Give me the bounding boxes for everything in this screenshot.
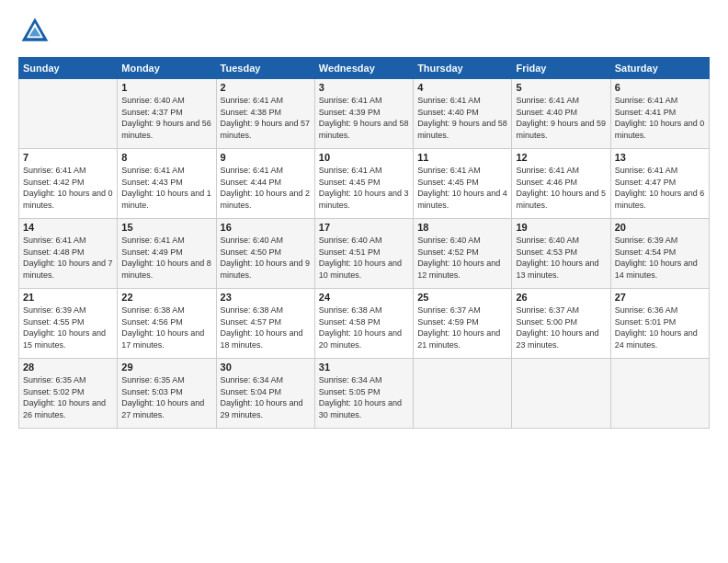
cell-content: Sunrise: 6:41 AMSunset: 4:40 PMDaylight:… [516, 95, 606, 141]
calendar-row: 7Sunrise: 6:41 AMSunset: 4:42 PMDaylight… [19, 149, 710, 219]
header-row: SundayMondayTuesdayWednesdayThursdayFrid… [19, 58, 710, 79]
cell-content: Sunrise: 6:40 AMSunset: 4:50 PMDaylight:… [221, 235, 311, 281]
day-number: 18 [417, 222, 507, 233]
cell-content: Sunrise: 6:38 AMSunset: 4:57 PMDaylight:… [221, 304, 311, 350]
calendar-cell: 20Sunrise: 6:39 AMSunset: 4:54 PMDayligh… [610, 219, 709, 289]
calendar-cell: 30Sunrise: 6:34 AMSunset: 5:04 PMDayligh… [216, 359, 314, 429]
day-number: 8 [121, 152, 211, 163]
calendar-cell: 28Sunrise: 6:35 AMSunset: 5:02 PMDayligh… [19, 359, 118, 429]
calendar-cell: 31Sunrise: 6:34 AMSunset: 5:05 PMDayligh… [314, 359, 413, 429]
calendar-cell: 6Sunrise: 6:41 AMSunset: 4:41 PMDaylight… [610, 79, 709, 149]
cell-content: Sunrise: 6:41 AMSunset: 4:42 PMDaylight:… [23, 165, 113, 211]
calendar-cell: 26Sunrise: 6:37 AMSunset: 5:00 PMDayligh… [512, 289, 610, 359]
day-number: 29 [121, 362, 211, 373]
calendar-cell [414, 359, 512, 429]
calendar-cell [610, 359, 709, 429]
calendar-cell: 29Sunrise: 6:35 AMSunset: 5:03 PMDayligh… [118, 359, 216, 429]
calendar-cell: 3Sunrise: 6:41 AMSunset: 4:39 PMDaylight… [314, 79, 413, 149]
cell-content: Sunrise: 6:38 AMSunset: 4:56 PMDaylight:… [121, 304, 211, 350]
cell-content: Sunrise: 6:41 AMSunset: 4:40 PMDaylight:… [417, 95, 507, 141]
calendar-row: 21Sunrise: 6:39 AMSunset: 4:55 PMDayligh… [19, 289, 710, 359]
day-number: 11 [417, 152, 507, 163]
calendar-cell: 9Sunrise: 6:41 AMSunset: 4:44 PMDaylight… [216, 149, 314, 219]
cell-content: Sunrise: 6:40 AMSunset: 4:53 PMDaylight:… [516, 235, 606, 281]
calendar-row: 14Sunrise: 6:41 AMSunset: 4:48 PMDayligh… [19, 219, 710, 289]
calendar-cell: 8Sunrise: 6:41 AMSunset: 4:43 PMDaylight… [118, 149, 216, 219]
day-number: 1 [121, 82, 211, 93]
day-number: 23 [221, 292, 311, 303]
calendar-cell: 21Sunrise: 6:39 AMSunset: 4:55 PMDayligh… [19, 289, 118, 359]
header-day: Friday [512, 58, 610, 79]
day-number: 31 [319, 362, 409, 373]
calendar-cell: 24Sunrise: 6:38 AMSunset: 4:58 PMDayligh… [314, 289, 413, 359]
day-number: 19 [516, 222, 606, 233]
calendar-table: SundayMondayTuesdayWednesdayThursdayFrid… [18, 57, 710, 429]
cell-content: Sunrise: 6:40 AMSunset: 4:37 PMDaylight:… [121, 95, 211, 141]
cell-content: Sunrise: 6:40 AMSunset: 4:51 PMDaylight:… [319, 235, 409, 281]
calendar-cell: 22Sunrise: 6:38 AMSunset: 4:56 PMDayligh… [118, 289, 216, 359]
calendar-cell: 25Sunrise: 6:37 AMSunset: 4:59 PMDayligh… [414, 289, 512, 359]
day-number: 2 [221, 82, 311, 93]
day-number: 6 [615, 82, 705, 93]
calendar-row: 1Sunrise: 6:40 AMSunset: 4:37 PMDaylight… [19, 79, 710, 149]
calendar-cell: 10Sunrise: 6:41 AMSunset: 4:45 PMDayligh… [314, 149, 413, 219]
cell-content: Sunrise: 6:41 AMSunset: 4:43 PMDaylight:… [121, 165, 211, 211]
cell-content: Sunrise: 6:34 AMSunset: 5:04 PMDaylight:… [221, 374, 311, 420]
cell-content: Sunrise: 6:36 AMSunset: 5:01 PMDaylight:… [615, 304, 705, 350]
calendar-cell: 18Sunrise: 6:40 AMSunset: 4:52 PMDayligh… [414, 219, 512, 289]
calendar-cell: 5Sunrise: 6:41 AMSunset: 4:40 PMDaylight… [512, 79, 610, 149]
day-number: 24 [319, 292, 409, 303]
calendar-cell: 4Sunrise: 6:41 AMSunset: 4:40 PMDaylight… [414, 79, 512, 149]
day-number: 14 [23, 222, 113, 233]
cell-content: Sunrise: 6:40 AMSunset: 4:52 PMDaylight:… [417, 235, 507, 281]
calendar-cell: 13Sunrise: 6:41 AMSunset: 4:47 PMDayligh… [610, 149, 709, 219]
calendar-cell: 19Sunrise: 6:40 AMSunset: 4:53 PMDayligh… [512, 219, 610, 289]
header-day: Sunday [19, 58, 118, 79]
calendar-cell: 14Sunrise: 6:41 AMSunset: 4:48 PMDayligh… [19, 219, 118, 289]
calendar-cell [512, 359, 610, 429]
cell-content: Sunrise: 6:41 AMSunset: 4:38 PMDaylight:… [221, 95, 311, 141]
day-number: 5 [516, 82, 606, 93]
day-number: 10 [319, 152, 409, 163]
header [18, 15, 710, 48]
day-number: 7 [23, 152, 113, 163]
day-number: 26 [516, 292, 606, 303]
cell-content: Sunrise: 6:41 AMSunset: 4:47 PMDaylight:… [615, 165, 705, 211]
calendar-cell: 2Sunrise: 6:41 AMSunset: 4:38 PMDaylight… [216, 79, 314, 149]
calendar-cell: 12Sunrise: 6:41 AMSunset: 4:46 PMDayligh… [512, 149, 610, 219]
day-number: 4 [417, 82, 507, 93]
day-number: 20 [615, 222, 705, 233]
day-number: 27 [615, 292, 705, 303]
calendar-cell: 7Sunrise: 6:41 AMSunset: 4:42 PMDaylight… [19, 149, 118, 219]
day-number: 12 [516, 152, 606, 163]
day-number: 9 [221, 152, 311, 163]
cell-content: Sunrise: 6:39 AMSunset: 4:54 PMDaylight:… [615, 235, 705, 281]
cell-content: Sunrise: 6:41 AMSunset: 4:46 PMDaylight:… [516, 165, 606, 211]
day-number: 28 [23, 362, 113, 373]
logo-icon [18, 15, 51, 48]
cell-content: Sunrise: 6:34 AMSunset: 5:05 PMDaylight:… [319, 374, 409, 420]
cell-content: Sunrise: 6:41 AMSunset: 4:49 PMDaylight:… [121, 235, 211, 281]
calendar-row: 28Sunrise: 6:35 AMSunset: 5:02 PMDayligh… [19, 359, 710, 429]
calendar-cell: 27Sunrise: 6:36 AMSunset: 5:01 PMDayligh… [610, 289, 709, 359]
day-number: 15 [121, 222, 211, 233]
day-number: 13 [615, 152, 705, 163]
day-number: 17 [319, 222, 409, 233]
calendar-cell: 16Sunrise: 6:40 AMSunset: 4:50 PMDayligh… [216, 219, 314, 289]
logo [18, 15, 55, 48]
header-day: Thursday [414, 58, 512, 79]
day-number: 21 [23, 292, 113, 303]
calendar-cell: 1Sunrise: 6:40 AMSunset: 4:37 PMDaylight… [118, 79, 216, 149]
header-day: Monday [118, 58, 216, 79]
day-number: 22 [121, 292, 211, 303]
header-day: Wednesday [314, 58, 413, 79]
cell-content: Sunrise: 6:41 AMSunset: 4:48 PMDaylight:… [23, 235, 113, 281]
cell-content: Sunrise: 6:37 AMSunset: 4:59 PMDaylight:… [417, 304, 507, 350]
calendar-cell [19, 79, 118, 149]
cell-content: Sunrise: 6:38 AMSunset: 4:58 PMDaylight:… [319, 304, 409, 350]
cell-content: Sunrise: 6:37 AMSunset: 5:00 PMDaylight:… [516, 304, 606, 350]
cell-content: Sunrise: 6:35 AMSunset: 5:02 PMDaylight:… [23, 374, 113, 420]
cell-content: Sunrise: 6:35 AMSunset: 5:03 PMDaylight:… [121, 374, 211, 420]
calendar-cell: 15Sunrise: 6:41 AMSunset: 4:49 PMDayligh… [118, 219, 216, 289]
cell-content: Sunrise: 6:41 AMSunset: 4:44 PMDaylight:… [221, 165, 311, 211]
